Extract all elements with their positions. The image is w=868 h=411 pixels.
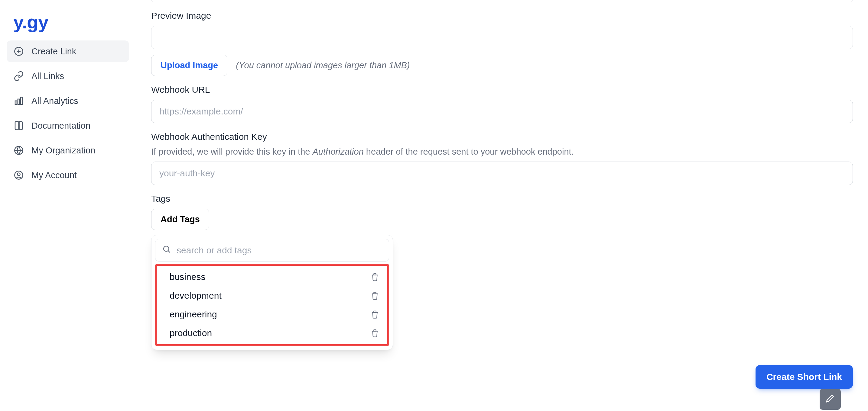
webhook-auth-input[interactable] — [151, 162, 853, 185]
tag-option-business[interactable]: business — [157, 268, 387, 286]
tag-option-label: engineering — [169, 309, 217, 319]
tags-label: Tags — [151, 194, 853, 204]
tag-option-engineering[interactable]: engineering — [157, 305, 387, 324]
sidebar-item-documentation[interactable]: Documentation — [7, 115, 129, 137]
trash-icon[interactable] — [370, 291, 379, 300]
sidebar-item-my-account[interactable]: My Account — [7, 164, 129, 186]
tag-option-label: development — [169, 290, 222, 301]
svg-line-11 — [168, 251, 170, 253]
sidebar-item-create-link[interactable]: Create Link — [7, 40, 129, 62]
trash-icon[interactable] — [370, 272, 379, 281]
preview-image-dropzone[interactable] — [151, 26, 853, 49]
svg-rect-4 — [18, 99, 20, 104]
sidebar-item-all-links[interactable]: All Links — [7, 65, 129, 87]
globe-icon — [13, 145, 24, 156]
svg-point-8 — [15, 171, 23, 179]
plus-circle-icon — [13, 46, 24, 57]
bar-chart-icon — [13, 95, 24, 106]
tag-option-label: production — [169, 328, 212, 338]
trash-icon[interactable] — [370, 310, 379, 319]
helper-em: Authorization — [313, 147, 364, 157]
tag-search-input[interactable] — [177, 245, 382, 255]
tag-search[interactable] — [155, 239, 389, 262]
add-tags-button[interactable]: Add Tags — [151, 209, 209, 230]
webhook-auth-label: Webhook Authentication Key — [151, 132, 853, 142]
tag-option-development[interactable]: development — [157, 286, 387, 305]
upload-image-button[interactable]: Upload Image — [151, 55, 227, 76]
main-content: Preview Image Upload Image (You cannot u… — [136, 0, 868, 411]
helper-suffix: header of the request sent to your webho… — [364, 147, 574, 157]
user-circle-icon — [13, 170, 24, 180]
help-widget[interactable] — [819, 389, 841, 410]
section-tags: Tags Add Tags business — [151, 194, 853, 350]
webhook-url-input[interactable] — [151, 100, 853, 123]
section-webhook-url: Webhook URL — [151, 84, 853, 123]
svg-point-10 — [163, 246, 169, 251]
book-icon — [13, 120, 24, 131]
search-icon — [162, 245, 171, 256]
sidebar-item-label: My Account — [31, 170, 77, 180]
svg-rect-3 — [15, 101, 17, 104]
webhook-auth-helper: If provided, we will provide this key in… — [151, 147, 853, 157]
tag-option-production[interactable]: production — [157, 324, 387, 342]
upload-image-note: (You cannot upload images larger than 1M… — [236, 60, 410, 70]
svg-rect-5 — [21, 97, 22, 104]
sidebar-item-label: My Organization — [31, 145, 95, 156]
helper-prefix: If provided, we will provide this key in… — [151, 147, 313, 157]
section-preview-image: Preview Image Upload Image (You cannot u… — [151, 10, 853, 76]
link-icon — [13, 71, 24, 81]
create-short-link-button[interactable]: Create Short Link — [755, 365, 853, 389]
sidebar: y.gy Create Link All Links All Analytics — [0, 0, 136, 411]
svg-point-9 — [18, 173, 20, 176]
sidebar-item-label: All Analytics — [31, 96, 78, 106]
webhook-url-label: Webhook URL — [151, 84, 853, 95]
sidebar-nav: Create Link All Links All Analytics Docu… — [7, 40, 129, 186]
sidebar-item-all-analytics[interactable]: All Analytics — [7, 90, 129, 112]
sidebar-item-my-organization[interactable]: My Organization — [7, 139, 129, 161]
sidebar-item-label: Create Link — [31, 46, 76, 57]
sidebar-item-label: All Links — [31, 71, 64, 81]
pencil-icon — [825, 393, 836, 406]
tags-dropdown: business development engineering — [151, 235, 393, 350]
sidebar-item-label: Documentation — [31, 121, 90, 131]
trash-icon[interactable] — [370, 329, 379, 338]
preview-image-label: Preview Image — [151, 10, 853, 21]
section-webhook-auth: Webhook Authentication Key If provided, … — [151, 132, 853, 185]
tag-list-highlight: business development engineering — [155, 264, 389, 346]
tag-option-label: business — [169, 272, 205, 282]
previous-card-bottom-edge — [151, 0, 853, 2]
brand-logo: y.gy — [13, 13, 129, 31]
